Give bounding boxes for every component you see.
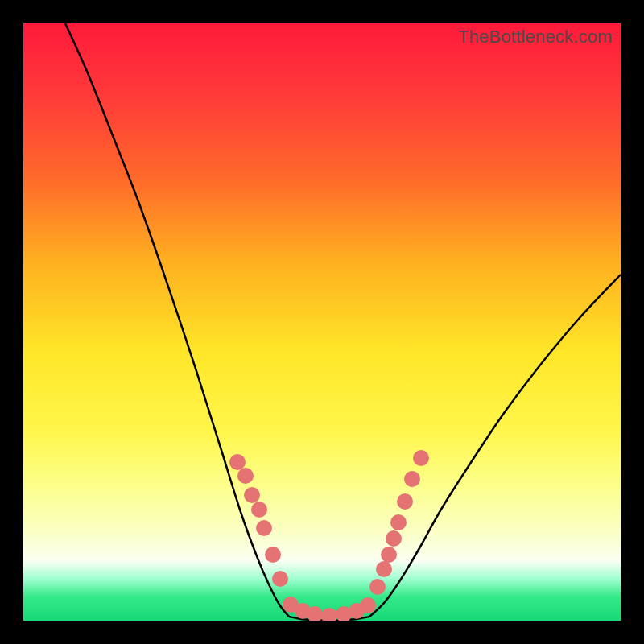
marker-floor-cluster bbox=[321, 608, 337, 621]
marker-left-cluster bbox=[237, 468, 254, 484]
chart-overlay bbox=[23, 23, 621, 621]
marker-right-cluster bbox=[376, 561, 392, 577]
series-lines bbox=[65, 23, 621, 621]
marker-right-cluster bbox=[381, 547, 397, 563]
marker-left-cluster bbox=[229, 454, 246, 470]
chart-stage: TheBottleneck.com bbox=[0, 0, 644, 644]
marker-right-cluster bbox=[390, 514, 407, 530]
marker-left-cluster bbox=[244, 487, 260, 503]
marker-floor-cluster bbox=[360, 597, 376, 613]
series-curve-right bbox=[369, 275, 621, 617]
marker-left-cluster bbox=[265, 547, 281, 563]
marker-right-cluster bbox=[413, 450, 429, 466]
marker-left-cluster bbox=[251, 502, 267, 518]
marker-right-cluster bbox=[404, 471, 420, 487]
marker-left-cluster bbox=[272, 571, 288, 587]
marker-left-cluster bbox=[256, 520, 272, 536]
chart-plot-area: TheBottleneck.com bbox=[23, 23, 621, 621]
marker-right-cluster bbox=[397, 493, 413, 510]
series-curve-left bbox=[65, 23, 289, 617]
marker-dots bbox=[229, 450, 429, 621]
marker-right-cluster bbox=[386, 530, 402, 547]
marker-right-cluster bbox=[369, 579, 386, 595]
